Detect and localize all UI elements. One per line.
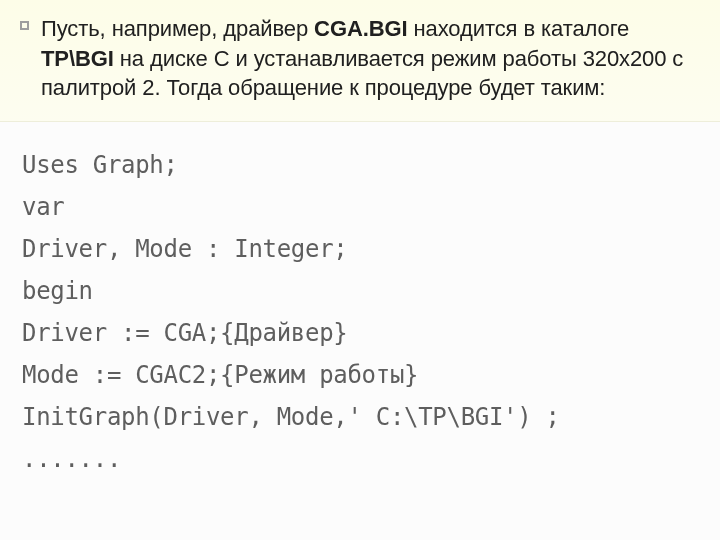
- intro-section: Пусть, например, драйвер CGA.BGI находит…: [0, 0, 720, 122]
- bullet-item: Пусть, например, драйвер CGA.BGI находит…: [20, 14, 700, 103]
- code-line-4: begin: [22, 270, 698, 312]
- bullet-square-icon: [20, 21, 29, 30]
- intro-bold-1: CGA.BGI: [314, 16, 407, 41]
- code-line-1: Uses Graph;: [22, 144, 698, 186]
- intro-paragraph: Пусть, например, драйвер CGA.BGI находит…: [41, 14, 700, 103]
- code-line-5: Driver := CGA;{Драйвер}: [22, 312, 698, 354]
- code-line-2: var: [22, 186, 698, 228]
- intro-text-2: находится в каталоге: [408, 16, 630, 41]
- code-line-7: InitGraph(Driver, Mode,' C:\TP\BGI') ;: [22, 396, 698, 438]
- code-line-3: Driver, Mode : Integer;: [22, 228, 698, 270]
- intro-text-1: Пусть, например, драйвер: [41, 16, 314, 41]
- code-block: Uses Graph; var Driver, Mode : Integer; …: [0, 122, 720, 498]
- code-line-8: .......: [22, 438, 698, 480]
- intro-text-3: на диске С и устанавливается режим работ…: [41, 46, 683, 101]
- intro-bold-2: TP\BGI: [41, 46, 114, 71]
- code-line-6: Mode := CGAC2;{Режим работы}: [22, 354, 698, 396]
